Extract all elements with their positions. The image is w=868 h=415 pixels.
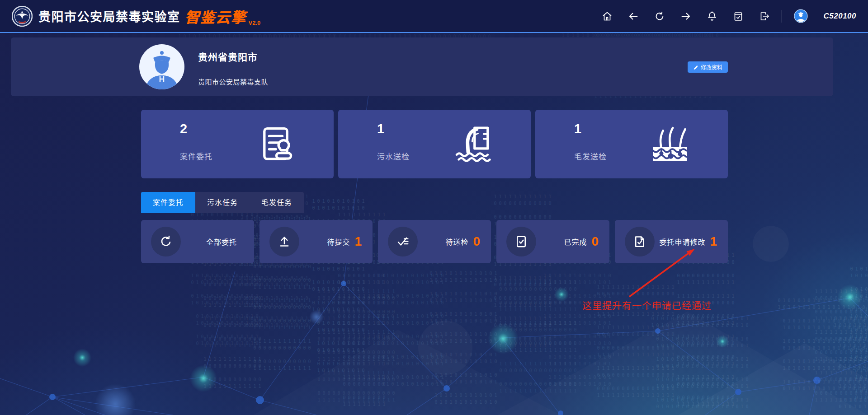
binary-rain-column: 10 01 10 01 10 01 10 01 10 01 10 01 10 0… [316, 289, 396, 411]
filter-count: 1 [354, 234, 362, 249]
annotation-note: 这里提升有一个申请已经通过 [582, 298, 712, 312]
header-divider [782, 10, 782, 23]
task-check-icon[interactable] [733, 11, 744, 22]
filter-card-pending-inspect[interactable]: 待送检 0 [378, 220, 491, 263]
checklist-icon [396, 235, 410, 248]
home-icon[interactable] [602, 11, 613, 22]
filter-count: 1 [710, 234, 717, 249]
profile-unit: 贵阳市公安局禁毒支队 [198, 77, 268, 86]
filter-icon-circle [625, 227, 655, 256]
filters-row: 全部委托 待提交 1 待送检 0 [141, 220, 728, 263]
filter-card-completed[interactable]: 已完成 0 [496, 220, 609, 263]
tab-hair-task[interactable]: 毛发任务 [250, 192, 304, 213]
filter-icon-circle [388, 227, 418, 256]
user-id-label: C520100 [823, 12, 856, 21]
stat-label: 污水送检 [377, 150, 410, 162]
product-name: 智鉴云擎 [185, 6, 246, 27]
sewage-pipe-icon [454, 122, 492, 166]
tab-case-entrust[interactable]: 案件委托 [141, 192, 195, 213]
filter-label: 委托申请修改 [659, 236, 705, 247]
forward-arrow-icon[interactable] [680, 11, 691, 22]
binary-rain-column: 10 01 10 01 10 01 10 01 10 01 10 01 10 0… [650, 316, 750, 411]
document-check-icon [514, 235, 528, 248]
filter-label: 待提交 [327, 236, 350, 247]
pencil-icon [693, 65, 698, 70]
binary-rain-column: 10 01 10 01 10 01 10 01 10 01 10 01 10 0… [676, 253, 736, 411]
notification-bell-icon[interactable] [707, 11, 717, 22]
filter-icon-circle [151, 227, 181, 256]
filter-label: 待送检 [445, 236, 468, 247]
stats-row: 2 案件委托 1 污水送检 1 毛发送检 [141, 110, 728, 178]
org-title: 贵阳市公安局禁毒实验室 [38, 7, 180, 25]
police-badge-logo [12, 6, 33, 27]
binary-rain-column: 10 01 10 01 10 01 10 01 10 01 10 01 10 0… [498, 280, 578, 411]
stat-card-sewage[interactable]: 1 污水送检 [338, 110, 531, 178]
filter-count: 0 [473, 234, 480, 249]
binary-rain-column: 10 01 10 01 10 01 10 01 10 01 10 01 10 0… [429, 271, 498, 406]
filter-label: 全部委托 [206, 236, 237, 247]
filter-label: 已完成 [564, 236, 587, 247]
stat-value: 1 [574, 121, 581, 136]
app-root: 贵阳市公安局禁毒实验室 智鉴云擎 V2.0 [0, 0, 868, 415]
product-version: V2.0 [249, 19, 261, 26]
edit-profile-button[interactable]: 修改资料 [688, 61, 728, 73]
case-document-stamp-icon [257, 122, 295, 166]
filter-card-pending-submit[interactable]: 待提交 1 [259, 220, 373, 263]
filter-icon-circle [269, 227, 299, 256]
user-avatar[interactable] [794, 9, 808, 23]
header-toolbar: C520100 [602, 9, 856, 23]
reset-icon [159, 235, 173, 248]
stat-value: 2 [180, 121, 187, 136]
filter-count: 0 [591, 234, 599, 249]
profile-avatar [139, 44, 184, 89]
app-header: 贵阳市公安局禁毒实验室 智鉴云擎 V2.0 [0, 0, 868, 33]
task-tabs: 案件委托 污水任务 毛发任务 [141, 192, 304, 213]
binary-rain-column: 10 01 10 01 10 01 10 01 10 01 10 01 10 0… [375, 253, 445, 402]
filter-icon-circle [506, 227, 536, 256]
hair-follicle-icon [651, 122, 689, 166]
stat-card-hair[interactable]: 1 毛发送检 [535, 110, 728, 178]
tab-sewage-task[interactable]: 污水任务 [195, 192, 250, 213]
profile-banner: 贵州省贵阳市 贵阳市公安局禁毒支队 修改资料 [11, 37, 833, 96]
binary-rain-column: 10 01 10 01 10 01 10 01 10 01 10 01 10 0… [777, 298, 868, 411]
profile-region: 贵州省贵阳市 [198, 50, 258, 63]
logout-icon[interactable] [759, 11, 770, 22]
edit-profile-label: 修改资料 [701, 63, 722, 71]
filter-card-all[interactable]: 全部委托 [141, 220, 254, 263]
binary-rain-column: 10 01 10 01 10 01 10 01 10 01 10 01 10 0… [814, 289, 868, 411]
binary-rain-column: 10 01 10 01 10 01 10 01 10 01 10 01 10 0… [849, 266, 868, 411]
refresh-icon[interactable] [654, 11, 665, 22]
stat-card-case-entrust[interactable]: 2 案件委托 [141, 110, 334, 178]
binary-rain-column: 10 01 10 01 10 01 10 01 10 01 10 01 10 0… [833, 316, 868, 411]
back-arrow-icon[interactable] [628, 11, 639, 22]
document-check-fold-icon [633, 235, 646, 248]
filter-card-modify-request[interactable]: 委托申请修改 1 [615, 220, 728, 263]
upload-icon [278, 235, 291, 248]
stat-value: 1 [377, 121, 384, 136]
stat-label: 毛发送检 [574, 150, 607, 162]
stat-label: 案件委托 [180, 150, 212, 162]
binary-rain-column: 10 01 10 01 10 01 10 01 10 01 10 01 10 0… [542, 253, 612, 406]
